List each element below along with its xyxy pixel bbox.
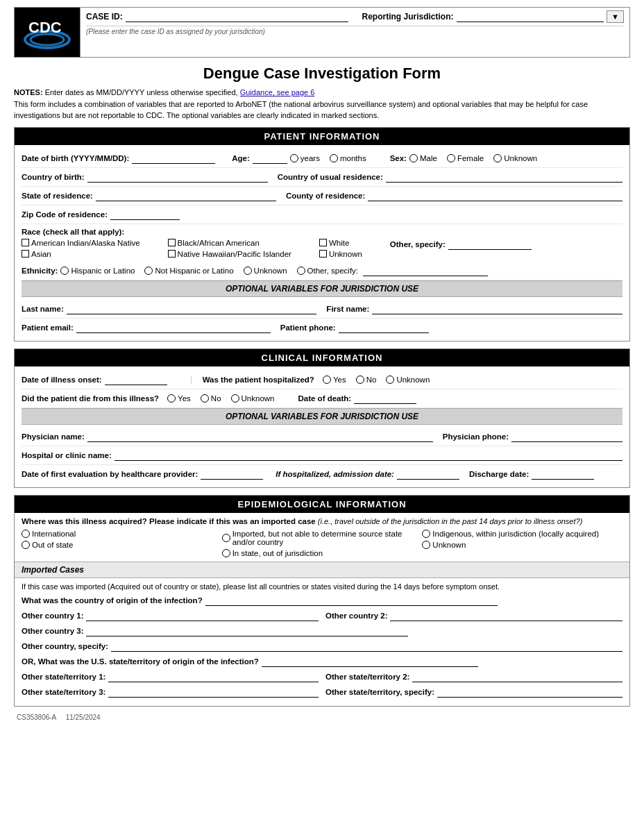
epi-imported-undetermined-radio[interactable] bbox=[222, 534, 230, 542]
sex-female-radio[interactable] bbox=[447, 154, 455, 162]
discharge-input[interactable] bbox=[532, 469, 594, 480]
race-unknown-checkbox[interactable] bbox=[319, 250, 327, 258]
epi-col1: International Out of state bbox=[22, 530, 222, 557]
other-state3-input[interactable] bbox=[108, 686, 319, 698]
epi-in-state-radio[interactable] bbox=[222, 549, 230, 557]
sex-unknown-radio[interactable] bbox=[493, 154, 502, 162]
epidemio-header: EPIDEMIOLOGICAL INFORMATION bbox=[15, 496, 629, 513]
age-months-radio[interactable] bbox=[330, 154, 338, 162]
race-asian[interactable]: Asian bbox=[22, 250, 140, 258]
physician-name-input[interactable] bbox=[87, 431, 433, 442]
sex-male-radio[interactable] bbox=[409, 154, 418, 162]
epi-unknown[interactable]: Unknown bbox=[422, 541, 622, 549]
country-residence-input[interactable] bbox=[386, 171, 622, 183]
died-unknown-radio[interactable] bbox=[231, 394, 239, 403]
epi-international[interactable]: International bbox=[22, 530, 222, 538]
first-eval-input[interactable] bbox=[201, 469, 263, 480]
ethnicity-other-radio[interactable] bbox=[297, 267, 305, 275]
epi-out-of-state[interactable]: Out of state bbox=[22, 541, 222, 549]
sex-male-option[interactable]: Male bbox=[409, 154, 437, 162]
other-country-specify-input[interactable] bbox=[111, 641, 622, 652]
died-yes[interactable]: Yes bbox=[167, 394, 191, 403]
last-name-input[interactable] bbox=[67, 303, 317, 314]
other-state-2-col: Other state/territory 2: bbox=[325, 671, 622, 682]
admission-input[interactable] bbox=[397, 469, 459, 480]
race-aian[interactable]: American Indian/Alaska Native bbox=[22, 239, 140, 247]
patient-email-input[interactable] bbox=[76, 322, 271, 333]
race-other-input[interactable] bbox=[448, 239, 532, 250]
illness-onset-input[interactable] bbox=[105, 374, 167, 385]
epi-unknown-radio[interactable] bbox=[422, 541, 430, 549]
race-nhpi[interactable]: Native Hawaiian/Pacific Islander bbox=[168, 250, 291, 258]
hospital-input[interactable] bbox=[115, 450, 622, 461]
other-state2-input[interactable] bbox=[412, 671, 622, 682]
other-country2-input[interactable] bbox=[390, 610, 622, 621]
epi-indigenous-radio[interactable] bbox=[422, 530, 430, 538]
died-no-radio[interactable] bbox=[201, 394, 209, 403]
death-date-input[interactable] bbox=[354, 393, 416, 404]
died-no[interactable]: No bbox=[201, 394, 221, 403]
sex-unknown-option[interactable]: Unknown bbox=[493, 154, 537, 162]
race-aian-checkbox[interactable] bbox=[22, 239, 29, 246]
race-white[interactable]: White bbox=[319, 239, 362, 247]
race-nhpi-checkbox[interactable] bbox=[168, 250, 176, 258]
first-name-input[interactable] bbox=[372, 303, 622, 314]
notes-link[interactable]: Guidance, see page 6 bbox=[240, 88, 315, 96]
age-months-option[interactable]: months bbox=[330, 154, 366, 162]
country-origin-row: What was the country of origin of the in… bbox=[22, 595, 622, 606]
epi-imported-undetermined[interactable]: Imported, but not able to determine sour… bbox=[222, 530, 423, 546]
state-residence-input[interactable] bbox=[96, 190, 276, 201]
age-years-option[interactable]: years bbox=[290, 154, 320, 162]
hosp-unknown-label: Unknown bbox=[396, 376, 430, 384]
hosp-unknown-radio[interactable] bbox=[386, 376, 394, 384]
other-country1-input[interactable] bbox=[86, 610, 319, 621]
country-origin-input[interactable] bbox=[205, 595, 498, 606]
other-state-specify-col: Other state/territory, specify: bbox=[325, 686, 622, 698]
other-country3-input[interactable] bbox=[86, 625, 408, 636]
reporting-field: Reporting Jurisdiction: ▼ bbox=[362, 10, 625, 23]
hosp-yes-radio[interactable] bbox=[323, 376, 331, 384]
race-black[interactable]: Black/African American bbox=[168, 239, 291, 247]
race-black-checkbox[interactable] bbox=[168, 239, 176, 246]
died-unknown[interactable]: Unknown bbox=[231, 394, 275, 403]
us-state-input[interactable] bbox=[262, 656, 478, 667]
reporting-dropdown[interactable]: ▼ bbox=[607, 10, 624, 23]
ethnicity-other[interactable]: Other, specify: bbox=[297, 265, 489, 276]
other-country-2-col: Other country 2: bbox=[325, 610, 622, 621]
patient-phone-input[interactable] bbox=[339, 322, 429, 333]
other-state1-input[interactable] bbox=[108, 671, 319, 682]
epi-international-radio[interactable] bbox=[22, 530, 30, 538]
hosp-no[interactable]: No bbox=[356, 376, 377, 384]
epi-indigenous[interactable]: Indigenous, within jurisdiction (locally… bbox=[422, 530, 622, 538]
hosp-unknown[interactable]: Unknown bbox=[386, 376, 430, 384]
ethnicity-other-input[interactable] bbox=[363, 265, 488, 276]
ethnicity-not-hispanic-radio[interactable] bbox=[144, 267, 153, 275]
notes-text2: This form includes a combination of vari… bbox=[14, 99, 630, 121]
ethnicity-not-hispanic[interactable]: Not Hispanic or Latino bbox=[144, 267, 233, 275]
race-unknown[interactable]: Unknown bbox=[319, 250, 362, 258]
race-asian-checkbox[interactable] bbox=[22, 250, 29, 258]
epi-in-state-out-jurisdiction[interactable]: In state, out of jurisdiction bbox=[222, 549, 423, 557]
ethnicity-hispanic-radio[interactable] bbox=[60, 267, 69, 275]
hosp-yes[interactable]: Yes bbox=[323, 376, 346, 384]
physician-phone-input[interactable] bbox=[511, 431, 622, 442]
other-state-specify-input[interactable] bbox=[437, 686, 622, 698]
sex-female-option[interactable]: Female bbox=[447, 154, 484, 162]
county-residence-input[interactable] bbox=[368, 190, 622, 201]
ethnicity-hispanic[interactable]: Hispanic or Latino bbox=[60, 267, 135, 275]
reporting-input[interactable] bbox=[457, 11, 604, 22]
died-yes-radio[interactable] bbox=[167, 394, 176, 403]
zip-input[interactable] bbox=[110, 209, 180, 220]
dob-input[interactable] bbox=[132, 153, 215, 164]
race-col2: Black/African American Native Hawaiian/P… bbox=[168, 239, 291, 258]
race-white-checkbox[interactable] bbox=[319, 239, 327, 246]
age-input[interactable] bbox=[253, 153, 287, 164]
ethnicity-unknown[interactable]: Unknown bbox=[244, 267, 287, 275]
case-id-input[interactable] bbox=[126, 11, 348, 22]
hosp-no-radio[interactable] bbox=[356, 376, 364, 384]
race-white-label: White bbox=[329, 239, 349, 247]
epi-out-of-state-radio[interactable] bbox=[22, 541, 30, 549]
age-years-radio[interactable] bbox=[290, 154, 298, 162]
ethnicity-unknown-radio[interactable] bbox=[244, 267, 252, 275]
country-birth-input[interactable] bbox=[87, 171, 268, 183]
